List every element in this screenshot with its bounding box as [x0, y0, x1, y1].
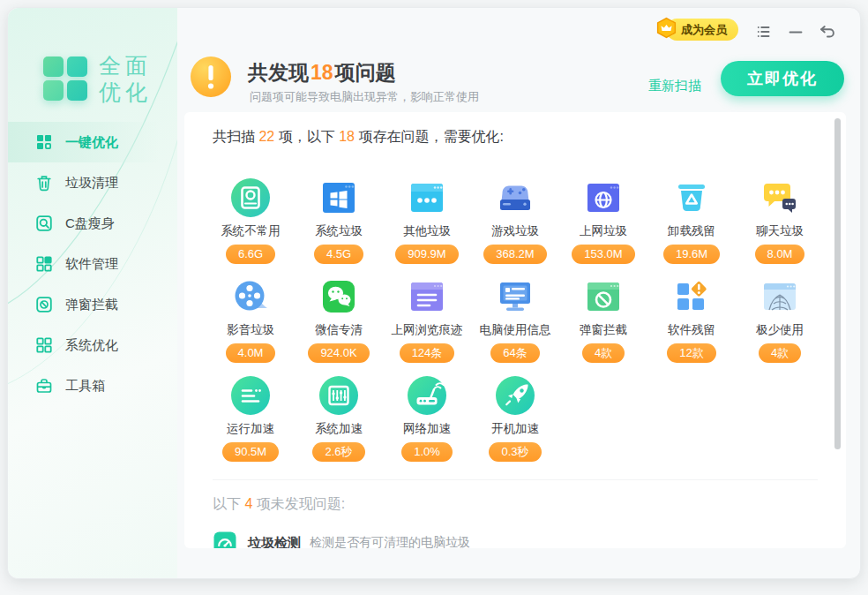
monitor-icon — [494, 275, 536, 318]
problem-item-value-badge: 19.6M — [663, 245, 720, 264]
problem-item[interactable]: 系统不常用 6.6G — [206, 163, 295, 262]
problem-item[interactable]: 卸载残留 19.6M — [647, 163, 736, 262]
grid-filled-icon — [35, 133, 53, 151]
minimize-button[interactable] — [786, 22, 805, 41]
problem-item[interactable]: 聊天垃圾 8.0M — [736, 163, 824, 262]
problem-item-value-badge: 4款 — [582, 343, 625, 363]
ok-item-label: 垃圾检测 — [248, 535, 301, 549]
problem-item[interactable]: 极少使用 4款 — [736, 262, 824, 361]
web-window-icon — [759, 275, 801, 318]
browser-dots-icon — [406, 177, 448, 219]
scrollbar-thumb[interactable] — [834, 118, 841, 449]
problem-item[interactable]: 微信专清 924.0K — [295, 262, 383, 361]
menu-list-button[interactable] — [754, 22, 774, 41]
problem-item[interactable]: 上网浏览痕迹 124条 — [383, 262, 471, 361]
problem-item[interactable]: 电脑使用信息 64条 — [471, 262, 559, 361]
undo-close-button[interactable] — [818, 22, 837, 41]
crown-icon — [655, 17, 678, 41]
page-subtitle: 问题项可能导致电脑出现异常，影响正常使用 — [250, 89, 479, 105]
sidebar-item-toolbox[interactable]: 工具箱 — [8, 365, 177, 406]
sidebar-item-app-grid[interactable]: 软件管理 — [8, 244, 177, 284]
problem-item-value-badge: 4.0M — [226, 343, 276, 363]
app-grid-icon — [35, 255, 53, 273]
squares-warning-icon — [670, 275, 713, 318]
become-member-button[interactable]: 成为会员 — [666, 19, 738, 41]
problem-item-value-badge: 0.3秒 — [489, 442, 541, 462]
problem-item-value-badge: 64条 — [490, 343, 539, 363]
content-card: 共扫描 22 项，以下 18 项存在问题，需要优化: 系统不常用 6.6G 系统… — [184, 112, 846, 548]
app-window: 全面 优化 一键优化 垃圾清理 C盘瘦身 软件管理 弹窗拦截 系统优化 工具箱 … — [7, 7, 861, 579]
ok-item-desc: 检测是否有可清理的电脑垃圾 — [310, 535, 470, 548]
gamepad-icon — [494, 177, 536, 219]
chat-icon — [759, 177, 801, 219]
problem-item-value-badge: 12款 — [667, 343, 715, 363]
sliders-icon — [318, 374, 360, 417]
drive-circle-icon — [229, 177, 272, 219]
sidebar-item-popup-block[interactable]: 弹窗拦截 — [8, 284, 177, 325]
problem-item[interactable]: 开机加速 0.3秒 — [471, 361, 559, 460]
problem-item[interactable]: 其他垃圾 909.9M — [383, 163, 471, 262]
problem-item-value-badge: 368.2M — [483, 245, 546, 264]
block-window-icon — [582, 275, 625, 318]
problem-item[interactable]: 软件残留 12款 — [647, 262, 736, 361]
sidebar-item-label: 软件管理 — [65, 256, 118, 273]
wechat-icon — [318, 275, 360, 318]
problem-item-label: 系统垃圾 — [315, 223, 363, 239]
sidebar-item-label: 垃圾清理 — [65, 175, 118, 192]
recycle-bin-icon — [670, 177, 713, 219]
scan-summary: 共扫描 22 项，以下 18 项存在问题，需要优化: — [213, 128, 504, 147]
window-controls — [754, 22, 837, 41]
windows-icon — [318, 177, 360, 219]
problem-item-label: 聊天垃圾 — [756, 223, 804, 239]
trash-icon — [35, 174, 53, 192]
sidebar-item-disk-search[interactable]: C盘瘦身 — [8, 203, 177, 244]
problem-item-value-badge: 124条 — [400, 343, 455, 363]
problem-item-value-badge: 6.6G — [226, 245, 275, 264]
sidebar-item-grid-filled[interactable]: 一键优化 — [8, 122, 177, 162]
problem-item-label: 软件残留 — [668, 322, 715, 338]
app-logo: 全面 优化 — [43, 52, 152, 105]
problem-item-value-badge: 924.0K — [308, 343, 369, 363]
popup-block-icon — [35, 296, 53, 313]
problem-item[interactable]: 系统垃圾 4.5G — [295, 163, 383, 262]
problem-item-label: 上网浏览痕迹 — [392, 322, 463, 338]
gauge-icon — [213, 531, 237, 548]
problem-item-label: 系统加速 — [315, 421, 363, 437]
section-divider — [213, 479, 818, 480]
problem-item[interactable]: 影音垃圾 4.0M — [206, 262, 295, 361]
film-reel-icon — [229, 275, 272, 318]
problem-item-label: 运行加速 — [227, 421, 274, 437]
app-name: 全面 优化 — [99, 52, 152, 105]
problem-item-label: 电脑使用信息 — [480, 322, 551, 338]
problem-item[interactable]: 运行加速 90.5M — [206, 361, 295, 460]
screen: 全面 优化 一键优化 垃圾清理 C盘瘦身 软件管理 弹窗拦截 系统优化 工具箱 … — [0, 0, 868, 595]
problem-item[interactable]: 弹窗拦截 4款 — [559, 262, 647, 361]
sidebar-item-label: 一键优化 — [65, 134, 118, 151]
grid-outline-icon — [35, 336, 53, 354]
rescan-link[interactable]: 重新扫描 — [648, 78, 701, 94]
ok-item[interactable]: 垃圾检测 检测是否有可清理的电脑垃圾 — [213, 531, 470, 548]
problem-item[interactable]: 网络加速 1.0% — [383, 361, 471, 460]
problem-item-label: 开机加速 — [491, 421, 539, 437]
lines-window-icon — [406, 275, 448, 318]
problem-item-value-badge: 153.0M — [572, 245, 634, 264]
sidebar-item-trash[interactable]: 垃圾清理 — [8, 162, 177, 203]
problem-item-label: 卸载残留 — [668, 223, 715, 239]
problem-item[interactable]: 系统加速 2.6秒 — [295, 361, 383, 460]
sidebar-nav: 一键优化 垃圾清理 C盘瘦身 软件管理 弹窗拦截 系统优化 工具箱 — [8, 122, 177, 406]
sidebar: 全面 优化 一键优化 垃圾清理 C盘瘦身 软件管理 弹窗拦截 系统优化 工具箱 — [8, 8, 177, 578]
alert-icon — [190, 56, 232, 98]
problem-item[interactable]: 上网垃圾 153.0M — [559, 163, 647, 262]
problem-item-label: 其他垃圾 — [403, 223, 451, 239]
globe-window-icon — [582, 177, 625, 219]
problem-item-label: 上网垃圾 — [580, 223, 627, 239]
problem-item-label: 极少使用 — [756, 322, 804, 338]
problem-item[interactable]: 游戏垃圾 368.2M — [471, 163, 559, 262]
rocket-icon — [494, 374, 536, 417]
problem-item-label: 影音垃圾 — [227, 322, 274, 338]
problem-item-label: 网络加速 — [403, 421, 451, 437]
router-icon — [406, 374, 448, 417]
logo-grid-icon — [43, 56, 87, 101]
optimize-now-button[interactable]: 立即优化 — [721, 61, 844, 96]
sidebar-item-grid-outline[interactable]: 系统优化 — [8, 325, 177, 365]
